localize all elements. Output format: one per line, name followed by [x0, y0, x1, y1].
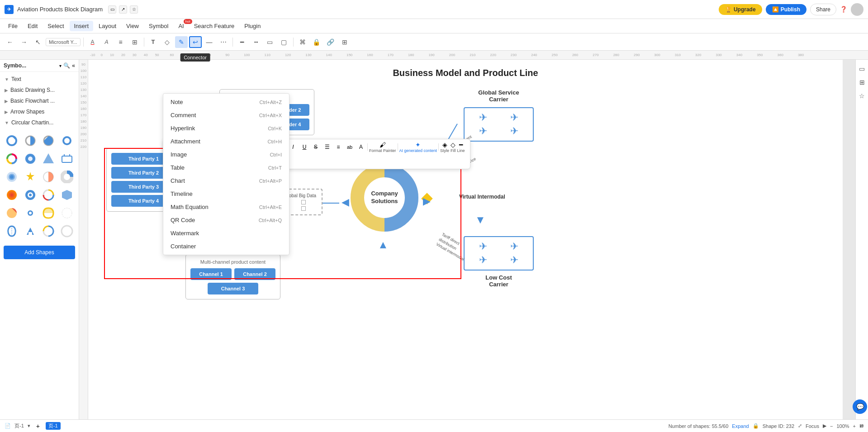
add-shapes-button[interactable]: Add Shapes	[4, 246, 75, 259]
menu-qr[interactable]: QR Code Ctrl+Alt+Q	[163, 214, 289, 227]
window-icon-1[interactable]: ▭	[108, 5, 116, 14]
toolbar-line[interactable]: —	[203, 36, 216, 48]
list-btn[interactable]: ≡	[333, 142, 343, 152]
menu-container[interactable]: Container	[163, 240, 289, 253]
toolbar-rect1[interactable]: ▭	[264, 36, 276, 48]
underline-btn[interactable]: U	[299, 142, 309, 152]
shape-24[interactable]	[59, 223, 75, 239]
help-icon[interactable]: ❓	[840, 6, 847, 13]
shape-9[interactable]	[4, 169, 20, 185]
category-circular[interactable]: ▼ Circular Chartin...	[0, 117, 79, 128]
line-group[interactable]: ━ Line	[457, 141, 465, 153]
menu-timeline[interactable]: Timeline	[163, 187, 289, 200]
shape-15[interactable]	[40, 187, 57, 203]
play-icon[interactable]: ▶	[823, 423, 826, 429]
toolbar-text[interactable]: T	[147, 36, 160, 48]
shape-11[interactable]	[40, 169, 57, 185]
toolbar-shape-fill[interactable]: ◇	[161, 36, 174, 48]
menu-select[interactable]: Select	[43, 21, 68, 31]
menu-search[interactable]: Search Feature	[190, 21, 239, 31]
menu-edit[interactable]: Edit	[23, 21, 42, 31]
panel-expand-icon[interactable]: ▾	[59, 63, 62, 68]
category-basic-drawing[interactable]: ▶ Basic Drawing S...	[0, 85, 79, 95]
shape-23[interactable]	[40, 223, 57, 239]
menu-note[interactable]: Note Ctrl+Alt+Z	[163, 95, 289, 109]
toolbar-more1[interactable]: ⋯	[217, 36, 230, 48]
toolbar-line-style[interactable]: ━	[236, 36, 248, 48]
toolbar-smart[interactable]: ⌘	[296, 36, 309, 48]
page-dropdown-icon[interactable]: ▾	[28, 423, 30, 429]
channel-1-btn[interactable]: Channel 1	[190, 268, 232, 280]
shape-14[interactable]	[22, 187, 38, 203]
toolbar-undo[interactable]: ←	[4, 36, 16, 48]
window-icon-2[interactable]: ↗	[119, 5, 127, 14]
toolbar-link[interactable]: 🔗	[324, 36, 337, 48]
share-button[interactable]: Share	[810, 4, 836, 15]
bullet-btn[interactable]: ☰	[322, 142, 332, 152]
menu-insert[interactable]: Insert	[70, 21, 94, 31]
panel-search-icon[interactable]: 🔍	[63, 62, 70, 69]
menu-view[interactable]: View	[122, 21, 143, 31]
strike-btn[interactable]: S	[311, 142, 321, 152]
window-icon-3[interactable]: ☆	[130, 5, 138, 14]
add-page-btn[interactable]: +	[34, 422, 42, 430]
right-panel-btn-expand[interactable]: ⇄	[856, 420, 867, 431]
toolbar-pen[interactable]: ✎	[175, 36, 188, 48]
menu-layout[interactable]: Layout	[94, 21, 121, 31]
menu-attachment[interactable]: Attachment Ctrl+H	[163, 135, 289, 148]
toolbar-rect2[interactable]: ▢	[278, 36, 290, 48]
toolbar-arrow[interactable]: ↖	[32, 36, 44, 48]
right-panel-btn-2[interactable]: ⊞	[857, 77, 868, 88]
category-arrow[interactable]: ▶ Arrow Shapes	[0, 106, 79, 117]
shape-13[interactable]	[4, 187, 20, 203]
menu-ai[interactable]: AI hot	[174, 21, 188, 31]
menu-image[interactable]: Image Ctrl+I	[163, 148, 289, 161]
upgrade-button[interactable]: 🏆 Upgrade	[719, 4, 762, 15]
fill-group[interactable]: ◇ Fill	[451, 141, 456, 153]
shape-8[interactable]	[59, 151, 75, 167]
toolbar-align-left[interactable]: ≡	[114, 36, 127, 48]
toolbar-align-more[interactable]: ⊞	[128, 36, 141, 48]
toolbar-grid[interactable]: ⊞	[338, 36, 351, 48]
shape-7[interactable]	[40, 151, 57, 167]
toolbar-italic[interactable]: A	[100, 36, 113, 48]
shape-19[interactable]	[40, 205, 57, 221]
canvas-area[interactable]: 90 100 110 120 130 140 150 160 170 180 1…	[79, 60, 855, 419]
menu-chart[interactable]: Chart Ctrl+Alt+P	[163, 174, 289, 187]
shape-5[interactable]	[4, 151, 20, 167]
a-btn[interactable]: A	[356, 142, 366, 152]
shape-20[interactable]	[59, 205, 75, 221]
menu-table[interactable]: Table Ctrl+T	[163, 161, 289, 174]
format-painter-group[interactable]: 🖌 Format Painter	[369, 141, 396, 153]
expand-label[interactable]: Expand	[732, 423, 749, 429]
shape-10[interactable]	[22, 169, 38, 185]
channel-3-btn[interactable]: Channel 3	[208, 283, 259, 294]
italic-btn[interactable]: I	[288, 142, 298, 152]
category-text[interactable]: ▼ Text	[0, 74, 79, 85]
toolbar-dash[interactable]: ┅	[250, 36, 262, 48]
toolbar-connector[interactable]: ↩ Connector	[189, 36, 202, 48]
category-flowchart[interactable]: ▶ Basic Flowchart ...	[0, 95, 79, 106]
ai-content-group[interactable]: ✦ AI generated content	[399, 141, 437, 153]
shape-3[interactable]	[40, 133, 57, 149]
shape-16[interactable]	[59, 187, 75, 203]
publish-button[interactable]: 🔼 Publish	[766, 4, 806, 15]
shape-21[interactable]	[4, 223, 20, 239]
zoom-in-btn[interactable]: +	[853, 423, 856, 429]
toolbar-lock[interactable]: 🔒	[310, 36, 323, 48]
right-panel-btn-1[interactable]: ▭	[857, 63, 868, 74]
shape-6[interactable]	[22, 151, 38, 167]
zoom-out-btn[interactable]: −	[830, 423, 833, 429]
right-panel-btn-3[interactable]: ☆	[857, 90, 868, 101]
right-panel-btn-chat[interactable]: 💬	[853, 399, 867, 414]
menu-file[interactable]: File	[4, 21, 22, 31]
ab-btn[interactable]: ab	[345, 142, 355, 152]
shape-17[interactable]	[4, 205, 20, 221]
shape-1[interactable]	[4, 133, 20, 149]
style-group[interactable]: ◈ Style	[440, 141, 449, 153]
menu-hyperlink[interactable]: Hyperlink Ctrl+K	[163, 122, 289, 135]
menu-math[interactable]: Math Equation Ctrl+Alt+E	[163, 200, 289, 214]
toolbar-font-color[interactable]: A	[86, 36, 99, 48]
toolbar-redo[interactable]: →	[18, 36, 30, 48]
menu-comment[interactable]: Comment Ctrl+Alt+X	[163, 109, 289, 122]
